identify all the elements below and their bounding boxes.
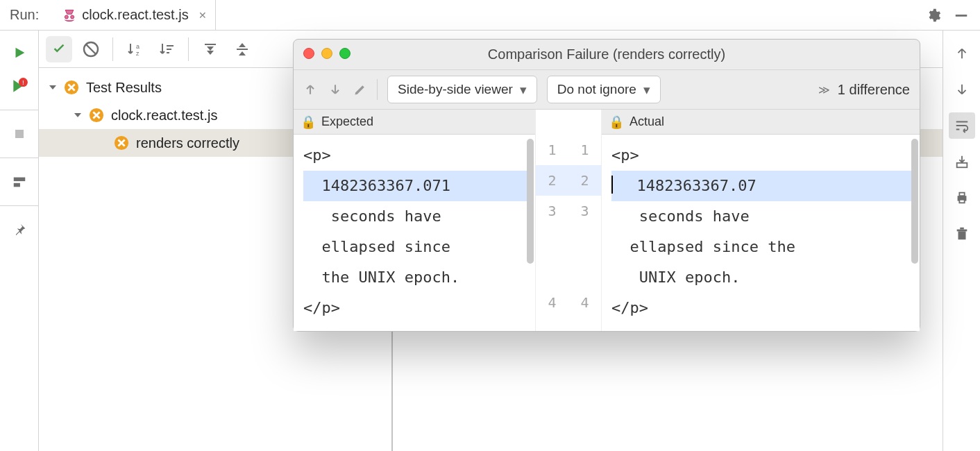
- svg-rect-18: [956, 163, 967, 167]
- tree-file-label: clock.react.test.js: [111, 108, 217, 124]
- window-zoom-icon[interactable]: [339, 48, 350, 59]
- right-gutter: [943, 31, 980, 451]
- line-gutter: 11 22 33 44: [535, 110, 602, 331]
- next-diff-icon[interactable]: [328, 83, 342, 96]
- run-tab-label: clock.react.test.js: [82, 7, 188, 23]
- svg-rect-0: [956, 15, 968, 17]
- more-icon[interactable]: ≫: [818, 83, 831, 96]
- svg-rect-4: [13, 178, 25, 182]
- svg-rect-12: [167, 52, 169, 53]
- layout-icon[interactable]: [7, 169, 32, 194]
- svg-rect-11: [167, 49, 171, 50]
- expected-code[interactable]: <p> 1482363367.071 seconds have ellapsed…: [294, 135, 535, 331]
- svg-line-7: [86, 44, 96, 54]
- lock-icon: 🔒: [609, 114, 624, 130]
- run-icon[interactable]: [7, 40, 32, 65]
- print-icon[interactable]: [949, 185, 975, 211]
- trash-icon[interactable]: [949, 221, 975, 247]
- jest-icon: [62, 8, 76, 22]
- window-close-icon[interactable]: [303, 48, 314, 59]
- left-gutter: !: [0, 31, 39, 451]
- show-ignored-icon[interactable]: [78, 36, 104, 62]
- collapse-all-icon[interactable]: [229, 36, 255, 62]
- chevron-down-icon: ▾: [520, 82, 527, 98]
- svg-rect-13: [205, 44, 216, 45]
- tree-root-label: Test Results: [86, 80, 162, 96]
- status-fail-icon: [89, 108, 104, 123]
- svg-rect-22: [958, 231, 965, 239]
- prev-diff-icon[interactable]: [303, 83, 317, 96]
- svg-rect-14: [237, 49, 248, 50]
- run-label: Run:: [10, 7, 39, 23]
- stop-icon[interactable]: [7, 121, 32, 146]
- dialog-title: Comparison Failure (renders correctly): [294, 46, 920, 62]
- lock-icon: 🔒: [301, 114, 316, 130]
- close-icon[interactable]: ✕: [198, 10, 207, 21]
- run-tab[interactable]: clock.react.test.js ✕: [54, 0, 215, 31]
- chevron-down-icon: [49, 83, 57, 92]
- comparison-dialog: Comparison Failure (renders correctly) S…: [293, 39, 920, 332]
- svg-rect-23: [956, 230, 967, 232]
- svg-rect-5: [13, 183, 19, 187]
- tree-test-label: renders correctly: [136, 135, 239, 151]
- chevron-down-icon: ▾: [643, 82, 650, 98]
- svg-rect-24: [960, 228, 964, 230]
- viewer-mode-dropdown[interactable]: Side-by-side viewer ▾: [387, 76, 537, 103]
- soft-wrap-icon[interactable]: [949, 112, 975, 139]
- rerun-failed-icon[interactable]: !: [7, 74, 32, 99]
- svg-text:z: z: [136, 50, 140, 57]
- arrow-up-icon[interactable]: [949, 40, 975, 67]
- dialog-toolbar: Side-by-side viewer ▾ Do not ignore ▾ ≫ …: [294, 70, 920, 109]
- show-passed-icon[interactable]: [46, 36, 72, 62]
- expand-all-icon[interactable]: [197, 36, 223, 62]
- hide-icon[interactable]: [954, 8, 969, 23]
- svg-text:!: !: [22, 78, 24, 86]
- svg-text:a: a: [136, 43, 140, 50]
- edit-icon[interactable]: [353, 83, 367, 96]
- status-fail-icon: [64, 80, 79, 95]
- actual-header: 🔒 Actual: [602, 110, 920, 135]
- pin-icon[interactable]: [7, 217, 32, 242]
- diff-count: 1 difference: [838, 82, 910, 98]
- ignore-mode-dropdown[interactable]: Do not ignore ▾: [547, 76, 661, 103]
- gear-icon[interactable]: [926, 8, 941, 23]
- arrow-down-icon[interactable]: [949, 76, 975, 103]
- export-icon[interactable]: [949, 148, 975, 175]
- sort-duration-icon[interactable]: [153, 36, 180, 62]
- dialog-titlebar[interactable]: Comparison Failure (renders correctly): [294, 40, 920, 70]
- status-fail-icon: [114, 135, 129, 151]
- svg-rect-20: [959, 193, 964, 196]
- window-controls[interactable]: [303, 48, 350, 59]
- svg-rect-3: [15, 130, 24, 138]
- actual-code[interactable]: <p> 1482363367.07 seconds have ellapsed …: [602, 135, 920, 331]
- run-panel-topbar: Run: clock.react.test.js ✕: [0, 0, 980, 31]
- svg-rect-21: [959, 200, 964, 203]
- expected-header: 🔒 Expected: [294, 110, 535, 135]
- svg-rect-10: [167, 45, 174, 46]
- window-minimize-icon[interactable]: [321, 48, 332, 59]
- chevron-down-icon: [74, 111, 82, 119]
- sort-alpha-icon[interactable]: az: [121, 36, 148, 62]
